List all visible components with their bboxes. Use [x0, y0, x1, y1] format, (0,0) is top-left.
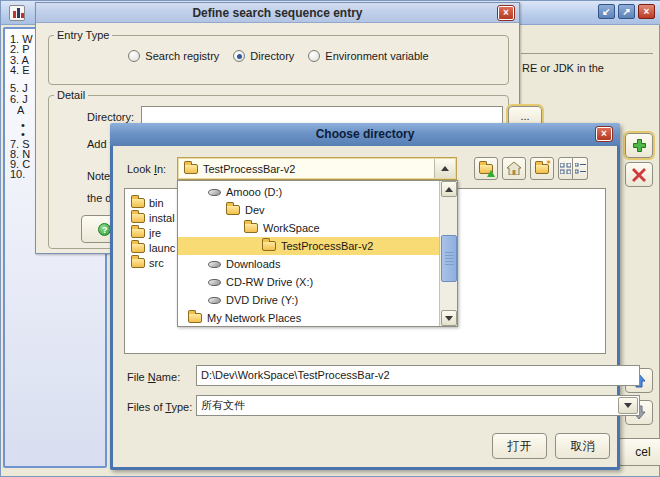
dropdown-scrollbar[interactable]: [439, 181, 457, 326]
scrollbar-thumb[interactable]: [441, 235, 457, 282]
folder-icon: [226, 205, 240, 215]
list-view-icon: [560, 163, 571, 174]
scroll-up-button[interactable]: [441, 181, 457, 197]
background-text: RE or JDK in the: [522, 62, 604, 74]
choose-dialog-body: Look In: TestProcessBar-v2 ✶: [113, 146, 617, 467]
folder-icon: [184, 164, 198, 174]
red-x-icon: [632, 168, 646, 182]
list-view-button[interactable]: [558, 157, 573, 180]
scroll-down-button[interactable]: [441, 310, 457, 326]
entry-type-group: Entry Type Search registry Directory Env…: [48, 29, 509, 85]
radio-environment-variable[interactable]: Environment variable: [308, 50, 428, 62]
radio-label: Directory: [250, 50, 294, 62]
up-folder-button[interactable]: [474, 157, 498, 180]
tree-item[interactable]: CD-RW Drive (X:): [178, 273, 440, 291]
look-in-value: TestProcessBar-v2: [203, 163, 295, 175]
detail-legend: Detail: [54, 89, 88, 101]
app-icon: [9, 5, 25, 21]
list-item[interactable]: bin: [131, 195, 164, 210]
drive-icon: [208, 297, 221, 304]
close-icon[interactable]: ×: [596, 127, 612, 141]
tree-item[interactable]: Amooo (D:): [178, 183, 440, 201]
file-name-label: File Name:: [127, 371, 180, 383]
screen: { "main_window": { "steps": ["1. W","2. …: [0, 0, 660, 477]
folder-icon: [131, 243, 145, 253]
remove-button[interactable]: [625, 162, 653, 187]
maximize-button[interactable]: ↗: [618, 4, 635, 19]
home-icon: [507, 162, 521, 175]
drive-icon: [208, 261, 221, 268]
home-button[interactable]: [502, 157, 526, 180]
close-icon[interactable]: ×: [498, 6, 514, 20]
sparkle-icon: ✶: [545, 159, 552, 167]
chevron-down-icon: [445, 316, 453, 321]
look-in-label: Look In:: [127, 163, 166, 175]
list-item[interactable]: jre: [131, 225, 161, 240]
tree-item[interactable]: WorkSpace: [178, 219, 440, 237]
folder-icon: [262, 241, 276, 251]
step-item: 10.: [10, 168, 25, 180]
separator: [521, 53, 653, 54]
combo-arrow-button[interactable]: [618, 397, 638, 414]
look-in-combobox[interactable]: TestProcessBar-v2: [177, 157, 457, 180]
open-button[interactable]: 打开: [492, 433, 547, 459]
define-dialog-title: Define search sequence entry: [192, 6, 362, 20]
step-item: 4. E: [10, 64, 30, 76]
step-item: A: [17, 104, 24, 116]
look-in-dropdown[interactable]: Amooo (D:) Dev WorkSpace TestProcessBar-…: [177, 180, 458, 327]
files-of-type-value: 所有文件: [201, 399, 245, 411]
choose-directory-dialog: Choose directory × Look In: TestProcessB…: [110, 123, 620, 470]
details-view-icon: [575, 163, 586, 174]
file-name-input[interactable]: D:\Dev\WorkSpace\TestProcessBar-v2: [196, 365, 640, 386]
tree-item-selected[interactable]: TestProcessBar-v2: [178, 237, 440, 255]
radio-icon[interactable]: [128, 50, 140, 62]
folder-icon: [131, 228, 145, 238]
details-view-button[interactable]: [573, 157, 588, 180]
green-up-arrow-icon: [487, 170, 495, 177]
minimize-button[interactable]: ↙: [598, 4, 615, 19]
radio-icon-selected[interactable]: [233, 50, 245, 62]
entry-type-legend: Entry Type: [54, 29, 112, 41]
files-of-type-label: Files of Type:: [127, 401, 192, 413]
combo-arrow-button[interactable]: [434, 159, 455, 178]
cancel-button-partial[interactable]: cel: [617, 438, 660, 466]
tree-item[interactable]: Downloads: [178, 255, 440, 273]
list-item[interactable]: instal: [131, 210, 175, 225]
new-folder-button[interactable]: ✶: [530, 157, 554, 180]
folder-icon: [131, 213, 145, 223]
define-dialog-titlebar[interactable]: Define search sequence entry ×: [36, 3, 519, 23]
drive-icon: [208, 279, 221, 286]
list-item[interactable]: launc: [131, 240, 175, 255]
radio-icon[interactable]: [308, 50, 320, 62]
tree-item[interactable]: DVD Drive (Y:): [178, 291, 440, 309]
cancel-button[interactable]: 取消: [555, 433, 610, 459]
folder-icon: [244, 223, 258, 233]
add-button[interactable]: [625, 133, 653, 158]
chevron-down-icon: [624, 403, 632, 408]
radio-search-registry[interactable]: Search registry: [128, 50, 219, 62]
close-button[interactable]: ×: [638, 4, 655, 19]
choose-dialog-title: Choose directory: [316, 127, 415, 141]
list-item[interactable]: src: [131, 255, 164, 270]
radio-label: Environment variable: [325, 50, 428, 62]
chevron-up-icon: [441, 166, 449, 171]
tree-item[interactable]: My Network Places: [178, 309, 440, 327]
chevron-up-icon: [445, 187, 453, 192]
chooser-toolbar: ✶: [474, 157, 588, 180]
folder-icon: [131, 258, 145, 268]
tree-item[interactable]: Dev: [178, 201, 440, 219]
files-of-type-combobox[interactable]: 所有文件: [196, 395, 640, 416]
folder-icon: [131, 198, 145, 208]
directory-label: Directory:: [87, 111, 134, 123]
radio-directory[interactable]: Directory: [233, 50, 294, 62]
radio-label: Search registry: [145, 50, 219, 62]
folder-icon: [188, 313, 202, 323]
choose-dialog-titlebar[interactable]: Choose directory ×: [110, 123, 620, 146]
plus-icon: [632, 138, 647, 153]
drive-icon: [208, 189, 221, 196]
